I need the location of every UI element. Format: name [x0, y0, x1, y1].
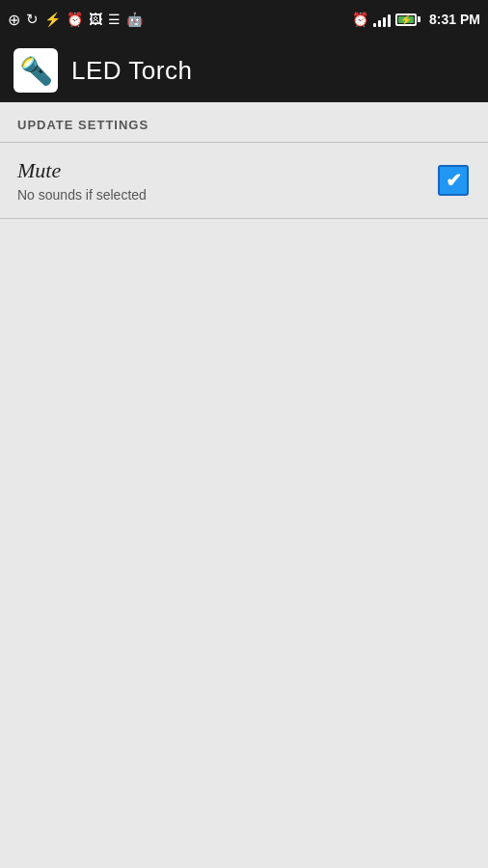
section-header: UPDATE SETTINGS: [0, 102, 488, 142]
status-icons-left: ⊕ ↻ ⚡ ⏰ 🖼 ☰ 🤖: [8, 11, 143, 29]
signal-bars: [373, 12, 391, 27]
status-bar: ⊕ ↻ ⚡ ⏰ 🖼 ☰ 🤖 ⏰ ⚡ 8:31 PM: [0, 0, 488, 39]
mute-description: No sounds if selected: [17, 187, 436, 203]
battery-indicator: ⚡: [395, 14, 420, 26]
time-display: 8:31 PM: [429, 12, 480, 27]
app-icon: 🔦: [14, 48, 58, 93]
image-icon: 🖼: [89, 12, 102, 27]
mute-setting-row[interactable]: Mute No sounds if selected ✔: [0, 143, 488, 218]
add-icon: ⊕: [8, 11, 20, 29]
status-icons-right: ⏰ ⚡ 8:31 PM: [352, 12, 480, 27]
app-title: LED Torch: [71, 56, 192, 86]
check-icon: ✔: [446, 169, 462, 192]
content-area: UPDATE SETTINGS Mute No sounds if select…: [0, 102, 488, 868]
alarm-right-icon: ⏰: [352, 12, 368, 27]
bottom-divider: [0, 218, 488, 219]
mute-label: Mute: [17, 158, 436, 183]
android-icon: 🤖: [126, 12, 143, 27]
torch-icon: 🔦: [19, 55, 53, 87]
mute-checkbox-container[interactable]: ✔: [436, 163, 471, 198]
sync-icon: ↻: [26, 11, 39, 28]
usb-icon: ⚡: [44, 12, 61, 27]
app-bar: 🔦 LED Torch: [0, 39, 488, 102]
mute-setting-text: Mute No sounds if selected: [17, 158, 436, 203]
mute-checkbox[interactable]: ✔: [438, 165, 469, 196]
list-icon: ☰: [108, 12, 121, 27]
battery-bolt-icon: ⚡: [400, 14, 412, 25]
alarm-icon: ⏰: [67, 12, 83, 27]
